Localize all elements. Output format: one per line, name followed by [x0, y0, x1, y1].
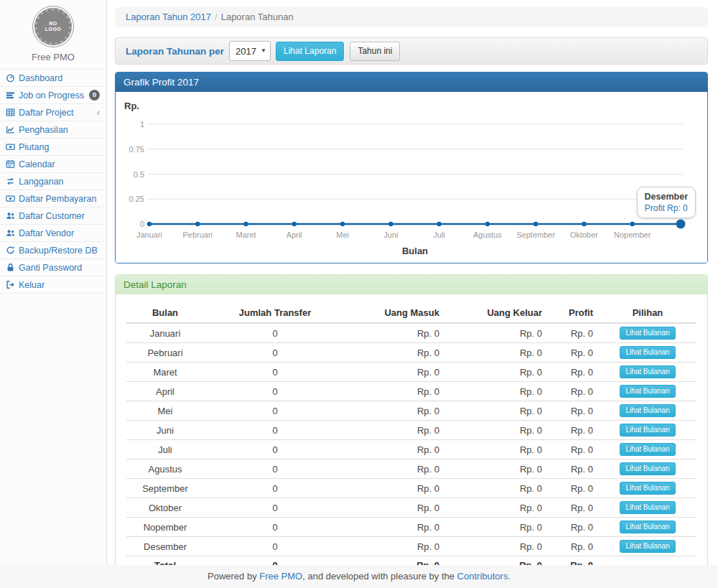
cell-uang-keluar: Rp. 0 [445, 498, 548, 518]
svg-text:Juli: Juli [433, 230, 445, 239]
view-monthly-button[interactable]: Lihat Bulanan [620, 482, 675, 495]
view-monthly-button[interactable]: Lihat Bulanan [620, 443, 675, 456]
table-row: Nopember0Rp. 0Rp. 0Rp. 0Lihat Bulanan [126, 518, 696, 537]
footer-link-freepmo[interactable]: Free PMO [259, 571, 302, 582]
sidebar-item-dashboard[interactable]: Dashboard [0, 70, 106, 87]
sidebar-item-label: Backup/Restore DB [19, 246, 98, 256]
cell-bulan: September [126, 479, 204, 498]
logo-text-line2: LOGO [45, 27, 62, 32]
cell-jumlah-transfer: 0 [204, 421, 346, 440]
footer-link-contributors[interactable]: Contributors. [457, 571, 510, 582]
this-year-button[interactable]: Tahun ini [350, 42, 400, 61]
view-monthly-button[interactable]: Lihat Bulanan [620, 462, 675, 475]
view-monthly-button[interactable]: Lihat Bulanan [620, 365, 675, 378]
sidebar-item-piutang[interactable]: Piutang [0, 139, 106, 156]
sidebar-item-job-on-progress[interactable]: Job on Progress0 [0, 87, 106, 104]
chart-panel-title: Grafik Profit 2017 [116, 73, 707, 92]
svg-text:September: September [516, 230, 555, 239]
money-icon [5, 194, 15, 204]
calendar-icon [5, 159, 15, 169]
money-icon [5, 142, 15, 152]
view-monthly-button[interactable]: Lihat Bulanan [620, 346, 675, 359]
sidebar-item-label: Calendar [19, 159, 55, 169]
cell-uang-masuk: Rp. 0 [346, 343, 445, 363]
count-badge: 0 [89, 90, 100, 101]
view-monthly-button[interactable]: Lihat Bulanan [620, 424, 675, 437]
cell-uang-masuk: Rp. 0 [346, 459, 445, 479]
profit-chart-panel: Grafik Profit 2017 Rp. 00.250.50.751Janu… [115, 72, 708, 263]
svg-text:Januari: Januari [136, 230, 162, 239]
table-row: Januari0Rp. 0Rp. 0Rp. 0Lihat Bulanan [126, 323, 696, 343]
cell-profit: Rp. 0 [548, 323, 599, 343]
lock-icon [5, 263, 15, 273]
view-report-button[interactable]: Lihat Laporan [276, 42, 344, 61]
svg-text:0: 0 [140, 220, 144, 228]
chart-body: Rp. 00.250.50.751JanuariPebruariMaretApr… [116, 92, 707, 263]
cell-jumlah-transfer: 0 [204, 518, 346, 537]
cell-uang-masuk: Rp. 0 [346, 363, 445, 382]
sidebar-item-daftar-pembayaran[interactable]: Daftar Pembayaran [0, 190, 106, 207]
sidebar-item-keluar[interactable]: Keluar [0, 276, 106, 294]
cell-profit: Rp. 0 [548, 518, 599, 537]
view-monthly-button[interactable]: Lihat Bulanan [620, 501, 675, 514]
cell-bulan: Juni [126, 421, 204, 440]
sidebar-item-label: Langganan [19, 177, 64, 187]
dashboard-icon [5, 73, 15, 83]
view-monthly-button[interactable]: Lihat Bulanan [620, 385, 675, 398]
cell-profit: Rp. 0 [548, 421, 599, 440]
sidebar-item-daftar-vendor[interactable]: Daftar Vendor [0, 225, 106, 242]
cell-uang-keluar: Rp. 0 [445, 440, 548, 459]
table-row: Oktober0Rp. 0Rp. 0Rp. 0Lihat Bulanan [126, 498, 696, 518]
cell-jumlah-transfer: 0 [204, 479, 346, 498]
cell-jumlah-transfer: 0 [204, 537, 346, 556]
detail-panel-title: Detail Laporan [116, 275, 707, 294]
cell-uang-masuk: Rp. 0 [346, 440, 445, 459]
cell-uang-keluar: Rp. 0 [445, 323, 548, 343]
main-content: Laporan Tahun 2017/Laporan Tahunan Lapor… [115, 7, 708, 586]
profit-chart-canvas[interactable]: 00.250.50.751JanuariPebruariMaretAprilMe… [116, 92, 707, 263]
sidebar-item-ganti-password[interactable]: Ganti Password [0, 259, 106, 276]
sidebar-item-calendar[interactable]: Calendar [0, 156, 106, 173]
cell-jumlah-transfer: 0 [204, 382, 346, 401]
cell-uang-masuk: Rp. 0 [346, 401, 445, 421]
breadcrumb-link-year[interactable]: Laporan Tahun 2017 [126, 11, 211, 22]
view-monthly-button[interactable]: Lihat Bulanan [620, 540, 675, 553]
sidebar-item-backup-restore-db[interactable]: Backup/Restore DB [0, 242, 106, 259]
page-footer: Powered by Free PMO, and developed with … [0, 565, 718, 588]
svg-text:Bulan: Bulan [402, 246, 428, 256]
exchange-icon [5, 177, 15, 187]
cell-jumlah-transfer: 0 [204, 498, 346, 518]
sidebar-item-label: Keluar [19, 280, 45, 290]
breadcrumb-separator: / [215, 11, 218, 22]
view-monthly-button[interactable]: Lihat Bulanan [620, 404, 675, 417]
users-icon [5, 211, 15, 221]
svg-text:Mei: Mei [336, 230, 349, 239]
sidebar-item-daftar-customer[interactable]: Daftar Customer [0, 207, 106, 225]
chart-tooltip: Desember Profit Rp: 0 [637, 187, 696, 218]
cell-uang-masuk: Rp. 0 [346, 382, 445, 401]
no-logo-badge: NO LOGO [34, 8, 72, 45]
tasks-icon [5, 90, 15, 101]
table-row: Pebruari0Rp. 0Rp. 0Rp. 0Lihat Bulanan [126, 343, 696, 363]
year-select[interactable]: 2017 [229, 41, 271, 61]
sidebar-item-penghasilan[interactable]: Penghasilan [0, 121, 106, 139]
sidebar-item-label: Daftar Customer [19, 211, 85, 221]
cell-profit: Rp. 0 [548, 382, 599, 401]
view-monthly-button[interactable]: Lihat Bulanan [620, 521, 675, 533]
table-row: Mei0Rp. 0Rp. 0Rp. 0Lihat Bulanan [126, 401, 696, 421]
sidebar-item-langganan[interactable]: Langganan [0, 173, 106, 190]
sidebar-item-label: Ganti Password [19, 263, 82, 273]
cell-bulan: Agustus [126, 459, 204, 479]
cell-uang-keluar: Rp. 0 [445, 518, 548, 537]
cell-uang-keluar: Rp. 0 [445, 537, 548, 556]
cell-profit: Rp. 0 [548, 401, 599, 421]
cell-uang-keluar: Rp. 0 [445, 382, 548, 401]
view-monthly-button[interactable]: Lihat Bulanan [620, 327, 675, 340]
svg-text:April: April [286, 230, 302, 239]
detail-body: BulanJumlah TransferUang MasukUang Kelua… [116, 294, 707, 585]
sidebar-item-label: Job on Progress [19, 90, 84, 101]
breadcrumb-current: Laporan Tahunan [221, 11, 294, 22]
sidebar-item-daftar-project[interactable]: Daftar Project‹ [0, 104, 106, 121]
line-chart-icon [5, 125, 15, 135]
logo-text-line1: NO [49, 21, 57, 27]
